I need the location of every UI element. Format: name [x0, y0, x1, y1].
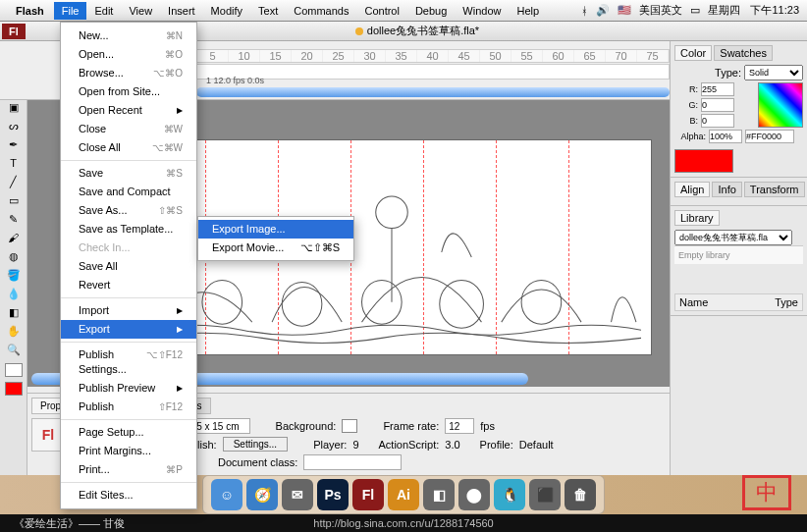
file-menu-item[interactable]: Print Margins... [61, 442, 196, 460]
frame-tick: 30 [354, 50, 386, 62]
frame-tick: 55 [511, 50, 543, 62]
frame-tick: 20 [292, 50, 323, 62]
battery-icon[interactable]: ▭ [690, 4, 700, 17]
rectangle-tool[interactable]: ▭ [3, 191, 25, 209]
menu-file[interactable]: File [54, 2, 87, 20]
library-columns[interactable]: Name Type [674, 293, 803, 311]
r-field[interactable] [701, 82, 734, 96]
flag-icon[interactable]: 🇺🇸 [618, 4, 631, 17]
file-menu-item[interactable]: New...⌘N [61, 27, 196, 45]
dock-illustrator[interactable]: Ai [388, 479, 419, 510]
pencil-tool[interactable]: ✎ [3, 210, 25, 228]
timeline-scrollbar[interactable] [196, 87, 670, 97]
menu-help[interactable]: Help [509, 2, 547, 20]
menu-insert[interactable]: Insert [160, 2, 203, 20]
dock-qq[interactable]: 🐧 [494, 479, 525, 510]
pen-tool[interactable]: ✒ [3, 135, 25, 153]
file-menu-item[interactable]: Check In... [61, 239, 196, 257]
stroke-swatch[interactable] [5, 363, 23, 377]
menu-modify[interactable]: Modify [203, 2, 250, 20]
menu-window[interactable]: Window [455, 2, 509, 20]
tab-swatches[interactable]: Swatches [714, 45, 773, 61]
menu-control[interactable]: Control [356, 2, 406, 20]
file-menu-item[interactable]: Page Setup... [61, 423, 196, 442]
dock-photoshop[interactable]: Ps [317, 479, 349, 510]
export-submenu-item[interactable]: Export Image... [198, 220, 353, 239]
file-menu-item[interactable]: Edit Sites... [61, 486, 196, 505]
color-picker[interactable] [758, 82, 803, 128]
tab-align[interactable]: Align [674, 182, 710, 197]
frame-tick: 65 [574, 50, 606, 62]
volume-icon[interactable]: 🔊 [596, 4, 610, 17]
brush-tool[interactable]: 🖌 [3, 229, 25, 246]
file-menu-item[interactable]: Print...⌘P [61, 460, 196, 479]
docclass-field[interactable] [303, 454, 402, 470]
text-tool[interactable]: T [3, 154, 25, 172]
alpha-field[interactable] [709, 130, 742, 143]
framerate-field[interactable] [445, 418, 474, 434]
menu-commands[interactable]: Commands [286, 2, 356, 20]
line-tool[interactable]: ╱ [3, 173, 25, 190]
file-menu-item[interactable]: Import [61, 301, 196, 320]
file-menu-item[interactable]: Open...⌘O [61, 45, 196, 64]
document-tab[interactable]: dollee兔兔书签草稿.fla* [355, 24, 479, 38]
tab-color[interactable]: Color [674, 45, 712, 61]
frame-tick: 35 [386, 50, 417, 62]
clock[interactable]: 下午11:23 [750, 3, 799, 18]
free-transform-tool[interactable]: ▣ [3, 98, 25, 116]
fill-swatch[interactable] [5, 382, 23, 396]
file-menu-item[interactable]: Publish Preview [61, 379, 196, 398]
ink-bottle-tool[interactable]: ◍ [3, 247, 25, 265]
g-field[interactable] [701, 98, 734, 112]
eyedropper-tool[interactable]: 💧 [3, 285, 25, 302]
tab-transform[interactable]: Transform [744, 182, 805, 197]
ime-label[interactable]: 美国英文 [639, 3, 682, 18]
menu-text[interactable]: Text [250, 2, 286, 20]
menu-view[interactable]: View [121, 2, 160, 20]
dock-app2[interactable]: ◧ [423, 479, 455, 510]
dock-safari[interactable]: 🧭 [246, 479, 278, 510]
frame-tick: 5 [197, 50, 229, 62]
settings-button[interactable]: Settings... [223, 437, 288, 452]
dock-finder[interactable]: ☺ [211, 479, 242, 510]
tab-library[interactable]: Library [674, 210, 720, 226]
file-menu-item[interactable]: Revert [61, 276, 196, 294]
file-menu-item[interactable]: Save as Template... [61, 220, 196, 239]
file-menu-item[interactable]: Open Recent [61, 101, 196, 120]
file-menu-item[interactable]: Save⌘S [61, 164, 196, 183]
export-submenu-item[interactable]: Export Movie...⌥⇧⌘S [198, 239, 353, 257]
dock-flash[interactable]: Fl [352, 479, 384, 510]
tab-info[interactable]: Info [712, 182, 741, 197]
menu-edit[interactable]: Edit [86, 2, 121, 20]
file-menu-item[interactable]: Save and Compact [61, 183, 196, 201]
type-select[interactable]: Solid [744, 65, 803, 80]
dock-app3[interactable]: ⬤ [458, 479, 490, 510]
file-menu-item[interactable]: Close⌘W [61, 120, 196, 138]
app-name[interactable]: Flash [16, 5, 44, 17]
b-field[interactable] [701, 114, 734, 128]
file-menu-item[interactable]: Close All⌥⌘W [61, 138, 196, 157]
file-menu-item[interactable]: Browse...⌥⌘O [61, 64, 196, 82]
eraser-tool[interactable]: ◧ [3, 303, 25, 321]
file-menu-item[interactable]: Open from Site... [61, 82, 196, 101]
file-menu-item[interactable]: Publish Settings...⌥⇧F12 [61, 346, 196, 379]
dock-trash[interactable]: 🗑 [565, 479, 596, 510]
zoom-tool[interactable]: 🔍 [3, 341, 25, 358]
file-menu-item[interactable]: Save All [61, 257, 196, 276]
hex-field[interactable] [745, 130, 794, 143]
lasso-tool[interactable]: ᔕ [3, 117, 25, 134]
timeline-ruler[interactable]: 51015202530354045505560657075 [196, 49, 670, 63]
library-doc-select[interactable]: dollee兔兔书签草稿.fla [674, 230, 792, 245]
hand-tool[interactable]: ✋ [3, 322, 25, 340]
paint-bucket-tool[interactable]: 🪣 [3, 266, 25, 284]
file-menu-item[interactable]: Save As...⇧⌘S [61, 201, 196, 220]
bg-swatch[interactable] [342, 419, 357, 433]
file-menu-item[interactable]: Publish⇧F12 [61, 398, 196, 416]
desktop-stamp-icon: 中 [742, 475, 791, 510]
timeline-track[interactable] [196, 64, 670, 80]
dock-app[interactable]: ✉ [282, 479, 313, 510]
bluetooth-icon[interactable]: ᚼ [581, 5, 588, 17]
menu-debug[interactable]: Debug [407, 2, 455, 20]
dock-app4[interactable]: ⬛ [529, 479, 561, 510]
file-menu-item[interactable]: Export [61, 320, 196, 339]
